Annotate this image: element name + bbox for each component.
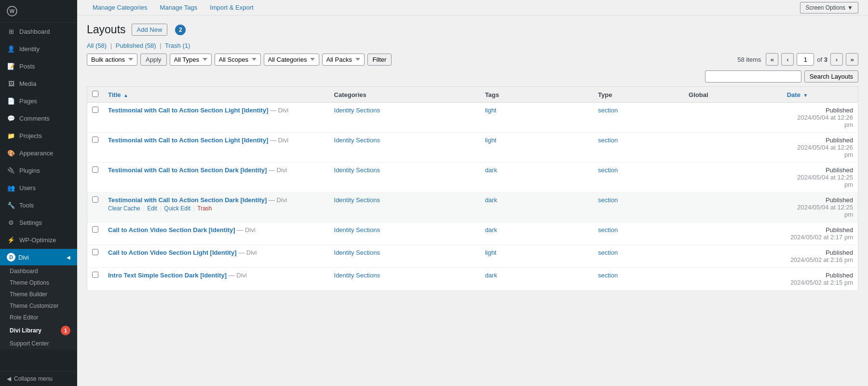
quick-edit-link[interactable]: Quick Edit <box>164 205 190 212</box>
title-sort-link[interactable]: Title ▲ <box>108 91 128 98</box>
category-link[interactable]: Identity Sections <box>334 272 380 279</box>
sidebar-item-appearance[interactable]: 🎨 Appearance <box>0 144 77 162</box>
row-tags-cell: light <box>480 133 593 163</box>
filter-published-link[interactable]: Published (58) <box>116 42 156 49</box>
bulk-actions-select[interactable]: Bulk actions <box>87 54 137 66</box>
next-page-button[interactable]: › <box>830 53 843 66</box>
tag-link[interactable]: dark <box>485 226 497 234</box>
row-title-link[interactable]: Testimonial with Call to Action Section … <box>108 196 267 204</box>
row-checkbox[interactable] <box>92 196 98 203</box>
type-link[interactable]: section <box>598 137 618 144</box>
sidebar-sub-divi-library[interactable]: Divi Library 1 <box>0 323 77 338</box>
row-checkbox[interactable] <box>92 137 98 143</box>
sidebar-item-dashboard[interactable]: ⊞ Dashboard <box>0 23 77 40</box>
first-page-button[interactable]: « <box>766 53 778 66</box>
sub-label: Divi Library <box>10 327 41 334</box>
tab-manage-tags[interactable]: Manage Tags <box>154 1 203 14</box>
all-packs-select[interactable]: All Packs <box>322 54 365 66</box>
current-page-input[interactable] <box>797 53 814 66</box>
prev-page-button[interactable]: ‹ <box>781 53 794 66</box>
tag-link[interactable]: light <box>485 107 497 114</box>
type-link[interactable]: section <box>598 226 618 234</box>
page-badge: 2 <box>175 25 186 35</box>
tab-import-export[interactable]: Import & Export <box>204 1 259 14</box>
row-date-cell: Published 2024/05/02 at 2:15 pm <box>782 268 858 290</box>
sidebar-item-wp-optimize[interactable]: ⚡ WP-Optimize <box>0 231 77 248</box>
type-link[interactable]: section <box>598 166 618 174</box>
divi-menu-header[interactable]: D Divi ◀ <box>0 249 77 265</box>
category-link[interactable]: Identity Sections <box>334 196 380 204</box>
sidebar-logo: W <box>0 0 77 23</box>
sidebar-sub-dashboard[interactable]: Dashboard <box>0 265 77 277</box>
row-checkbox[interactable] <box>92 272 98 278</box>
last-page-button[interactable]: » <box>846 53 858 66</box>
category-link[interactable]: Identity Sections <box>334 166 380 174</box>
clear-cache-link[interactable]: Clear Cache <box>108 205 140 212</box>
edit-link[interactable]: Edit <box>147 205 157 212</box>
main-content: Manage Categories Manage Tags Import & E… <box>77 0 868 386</box>
row-checkbox[interactable] <box>92 226 98 233</box>
apply-button[interactable]: Apply <box>140 54 167 66</box>
row-title-link[interactable]: Call to Action Video Section Dark [Ident… <box>108 226 235 234</box>
sidebar-sub-theme-customizer[interactable]: Theme Customizer <box>0 300 77 312</box>
sidebar-sub-theme-builder[interactable]: Theme Builder <box>0 289 77 300</box>
collapse-menu-button[interactable]: ◀ Collapse menu <box>0 371 77 386</box>
type-link[interactable]: section <box>598 107 618 114</box>
type-link[interactable]: section <box>598 272 618 279</box>
category-link[interactable]: Identity Sections <box>334 226 380 234</box>
row-checkbox[interactable] <box>92 107 98 113</box>
category-link[interactable]: Identity Sections <box>334 137 380 144</box>
row-checkbox-cell <box>87 222 104 245</box>
sidebar-item-label: WP-Optimize <box>19 236 56 244</box>
sidebar-item-media[interactable]: 🖼 Media <box>0 75 77 92</box>
sidebar-item-pages[interactable]: 📄 Pages <box>0 92 77 110</box>
select-all-checkbox[interactable] <box>92 91 98 97</box>
tag-link[interactable]: dark <box>485 166 497 174</box>
tag-link[interactable]: dark <box>485 196 497 204</box>
tag-link[interactable]: light <box>485 249 497 256</box>
row-title-link[interactable]: Intro Text Simple Section Dark [Identity… <box>108 272 227 279</box>
row-title-cell: Call to Action Video Section Dark [Ident… <box>103 222 329 245</box>
all-scopes-select[interactable]: All Scopes <box>215 54 261 66</box>
sidebar-sub-theme-options[interactable]: Theme Options <box>0 277 77 289</box>
sidebar-item-plugins[interactable]: 🔌 Plugins <box>0 162 77 179</box>
trash-link[interactable]: Trash <box>197 205 212 212</box>
sidebar-sub-role-editor[interactable]: Role Editor <box>0 312 77 323</box>
sidebar-item-settings[interactable]: ⚙ Settings <box>0 214 77 231</box>
sidebar-item-users[interactable]: 👥 Users <box>0 179 77 196</box>
screen-options-button[interactable]: Screen Options ▼ <box>800 2 858 14</box>
sidebar-sub-support-center[interactable]: Support Center <box>0 338 77 349</box>
category-link[interactable]: Identity Sections <box>334 249 380 256</box>
add-new-button[interactable]: Add New <box>132 24 168 36</box>
sidebar-item-identity[interactable]: 👤 Identity <box>0 40 77 57</box>
title-column-header[interactable]: Title ▲ <box>103 87 329 103</box>
search-input[interactable] <box>705 70 801 83</box>
row-checkbox[interactable] <box>92 166 98 173</box>
sidebar-item-label: Plugins <box>19 167 40 174</box>
all-categories-select[interactable]: All Categories <box>264 54 319 66</box>
tag-link[interactable]: dark <box>485 272 497 279</box>
search-layouts-button[interactable]: Search Layouts <box>804 70 858 83</box>
sidebar-item-projects[interactable]: 📁 Projects <box>0 127 77 144</box>
type-link[interactable]: section <box>598 196 618 204</box>
all-types-select[interactable]: All Types <box>170 54 212 66</box>
sidebar-item-comments[interactable]: 💬 Comments <box>0 110 77 127</box>
tab-manage-categories[interactable]: Manage Categories <box>87 1 153 14</box>
search-and-pagination: 58 items « ‹ of 3 › » <box>737 53 858 66</box>
date-column-header[interactable]: Date ▼ <box>782 87 858 103</box>
row-title-link[interactable]: Testimonial with Call to Action Section … <box>108 107 268 114</box>
tag-link[interactable]: light <box>485 137 497 144</box>
date-sort-link[interactable]: Date ▼ <box>787 91 808 98</box>
row-title-link[interactable]: Testimonial with Call to Action Section … <box>108 137 268 144</box>
row-checkbox[interactable] <box>92 249 98 255</box>
row-global-cell <box>684 245 782 268</box>
type-link[interactable]: section <box>598 249 618 256</box>
filter-all-link[interactable]: All (58) <box>87 42 107 49</box>
sidebar-item-tools[interactable]: 🔧 Tools <box>0 196 77 214</box>
row-title-link[interactable]: Call to Action Video Section Light [Iden… <box>108 249 237 256</box>
filter-button[interactable]: Filter <box>367 54 392 66</box>
category-link[interactable]: Identity Sections <box>334 107 380 114</box>
filter-trash-link[interactable]: Trash (1) <box>165 42 190 49</box>
row-title-link[interactable]: Testimonial with Call to Action Section … <box>108 166 267 174</box>
sidebar-item-posts[interactable]: 📝 Posts <box>0 57 77 75</box>
